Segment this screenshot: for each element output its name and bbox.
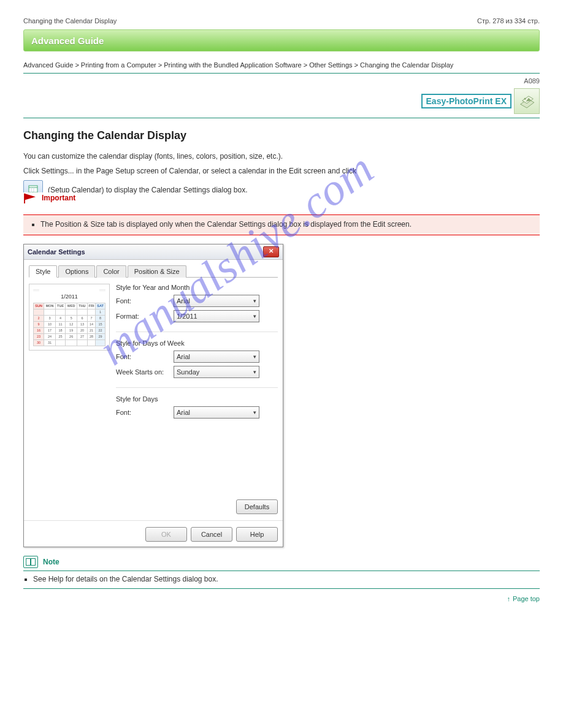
note-block: See Help for details on the Calendar Set… [23, 571, 540, 589]
header-right: Стр. 278 из 334 стр. [477, 17, 540, 25]
svg-rect-3 [29, 186, 37, 192]
tab-style[interactable]: Style [29, 265, 57, 278]
important-callout: The Position & Size tab is displayed onl… [23, 214, 540, 235]
ok-button[interactable]: OK [145, 527, 187, 542]
flag-icon [23, 192, 37, 203]
svg-point-2 [524, 97, 526, 99]
breadcrumb: Advanced Guide > Printing from a Compute… [23, 60, 540, 74]
intro-text: You can customize the calendar display (… [23, 151, 540, 162]
cancel-button[interactable]: Cancel [191, 527, 232, 542]
svg-rect-8 [24, 193, 25, 203]
page-header: Changing the Calendar Display Стр. 278 и… [23, 17, 540, 25]
section-year-month: Style for Year and Month [116, 284, 278, 291]
week-starts-select[interactable]: Sunday [174, 366, 259, 378]
brand-icon [514, 88, 540, 114]
section-days: Style for Days [116, 395, 278, 403]
section-days-of-week: Style for Days of Week [116, 339, 278, 347]
page-top-link[interactable]: ↑ Page top [23, 595, 540, 602]
brand-badge: Easy-PhotoPrint EX [421, 94, 511, 108]
help-button[interactable]: Help [236, 527, 278, 542]
page-title: Changing the Calendar Display [23, 129, 540, 142]
calendar-settings-dialog: Calendar Settings ✕ Style Options Color … [23, 244, 283, 547]
defaults-button[interactable]: Defaults [236, 499, 278, 514]
format-year-month-select[interactable]: 1/2011 [174, 310, 259, 322]
note-heading: Note [23, 556, 540, 568]
tab-options[interactable]: Options [58, 265, 95, 278]
banner: Advanced Guide [23, 29, 540, 51]
instruction-text-1: Click Settings... in the Page Setup scre… [23, 165, 540, 176]
dialog-title: Calendar Settings [28, 248, 85, 256]
book-icon [23, 556, 38, 568]
header-left: Changing the Calendar Display [23, 17, 117, 25]
tab-color[interactable]: Color [96, 265, 126, 278]
font-year-month-select[interactable]: Arial [174, 295, 259, 307]
important-heading: Important [23, 192, 78, 203]
font-days-select[interactable]: Arial [174, 406, 259, 419]
doc-code: A089 [23, 77, 540, 85]
close-icon[interactable]: ✕ [263, 246, 279, 257]
font-week-select[interactable]: Arial [174, 351, 259, 363]
arrow-up-icon: ↑ [507, 595, 510, 602]
calendar-preview: :::::::::::: 1/2011 SUN MON TUE WED THU [29, 284, 109, 515]
tab-position-size[interactable]: Position & Size [128, 265, 186, 278]
